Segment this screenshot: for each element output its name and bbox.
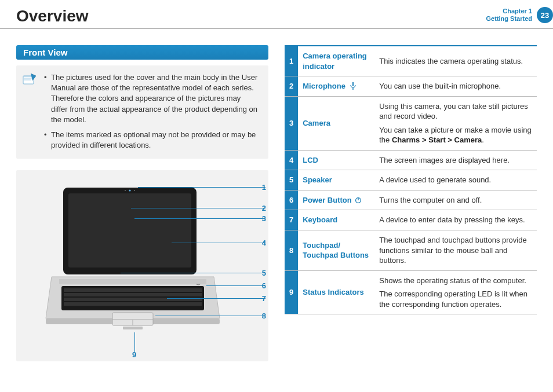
part-number: 5 <box>285 170 298 190</box>
part-number: 6 <box>285 190 298 210</box>
svg-rect-11 <box>64 293 202 296</box>
svg-rect-17 <box>123 327 143 329</box>
callout-line <box>131 208 265 208</box>
part-name: Camera operating indicator <box>298 46 374 76</box>
part-number: 1 <box>285 46 298 76</box>
callout-line <box>138 187 265 188</box>
callout-line <box>121 273 265 273</box>
part-number: 2 <box>285 76 298 97</box>
header-right: Chapter 1 Getting Started 23 <box>486 7 553 23</box>
note-item: The pictures used for the cover and the … <box>44 72 259 125</box>
svg-rect-13 <box>64 302 202 306</box>
mic-icon <box>348 82 357 90</box>
part-description: You can use the built-in microphone. <box>374 76 537 97</box>
svg-point-4 <box>125 190 126 191</box>
table-row: 9Status IndicatorsShows the operating st… <box>285 270 537 314</box>
callout-line <box>167 298 265 299</box>
callout-line <box>172 243 265 243</box>
part-number: 7 <box>285 210 298 230</box>
part-name: Keyboard <box>298 210 374 230</box>
table-row: 2Microphone You can use the built-in mic… <box>285 76 537 97</box>
part-description: A device used to generate sound. <box>374 170 537 190</box>
note-item: The items marked as optional may not be … <box>44 130 259 151</box>
table-row: 6Power Button Turns the computer on and … <box>285 190 537 210</box>
svg-rect-8 <box>59 279 206 284</box>
chapter-number: Chapter 1 <box>486 8 532 15</box>
part-name: Speaker <box>298 170 374 190</box>
part-number: 8 <box>285 230 298 271</box>
part-number: 4 <box>285 150 298 170</box>
svg-rect-2 <box>68 193 191 268</box>
page-header: Overview Chapter 1 Getting Started 23 <box>0 0 553 29</box>
part-description: The touchpad and touchpad buttons provid… <box>374 230 537 271</box>
table-row: 8Touchpad/ Touchpad ButtonsThe touchpad … <box>285 230 537 271</box>
part-description: This indicates the camera operating stat… <box>374 46 537 76</box>
part-name: Microphone <box>298 76 374 97</box>
chapter-block: Chapter 1 Getting Started <box>486 8 536 23</box>
svg-point-3 <box>129 190 130 192</box>
table-row: 3CameraUsing this camera, you can take s… <box>285 96 537 150</box>
page-number-badge: 23 <box>537 7 553 23</box>
table-row: 1Camera operating indicatorThis indicate… <box>285 46 537 76</box>
part-description: Shows the operating status of the comput… <box>374 270 537 314</box>
part-description: The screen images are displayed here. <box>374 150 537 170</box>
parts-table: 1Camera operating indicatorThis indicate… <box>285 45 537 314</box>
part-name: Touchpad/ Touchpad Buttons <box>298 230 374 271</box>
part-name: Power Button <box>298 190 374 210</box>
part-description: A device to enter data by pressing the k… <box>374 210 537 230</box>
part-name: Camera <box>298 96 374 150</box>
illustration-box: 1 2 3 4 5 6 7 8 9 <box>16 170 268 361</box>
table-row: 7KeyboardA device to enter data by press… <box>285 210 537 230</box>
page-title: Overview <box>16 7 89 25</box>
svg-rect-10 <box>64 288 202 292</box>
note-box: The pictures used for the cover and the … <box>16 65 268 159</box>
note-icon <box>22 72 37 85</box>
right-column: 1Camera operating indicatorThis indicate… <box>285 45 537 361</box>
part-name: LCD <box>298 150 374 170</box>
part-name: Status Indicators <box>298 270 374 314</box>
content: Front View The pictures used for the cov… <box>0 29 553 361</box>
left-column: Front View The pictures used for the cov… <box>16 45 268 361</box>
callout-line <box>134 332 135 352</box>
part-number: 3 <box>285 96 298 150</box>
table-row: 5SpeakerA device used to generate sound. <box>285 170 537 190</box>
part-description: Using this camera, you can take still pi… <box>374 96 537 150</box>
part-number: 9 <box>285 270 298 314</box>
power-icon <box>354 196 362 204</box>
section-banner: Front View <box>16 45 268 60</box>
callout-line <box>206 285 265 286</box>
callout-line <box>134 218 265 219</box>
note-list: The pictures used for the cover and the … <box>44 72 259 151</box>
callout-line <box>155 316 265 316</box>
table-row: 4LCDThe screen images are displayed here… <box>285 150 537 170</box>
svg-point-5 <box>134 190 135 191</box>
chapter-title: Getting Started <box>486 15 532 23</box>
part-description: Turns the computer on and off. <box>374 190 537 210</box>
